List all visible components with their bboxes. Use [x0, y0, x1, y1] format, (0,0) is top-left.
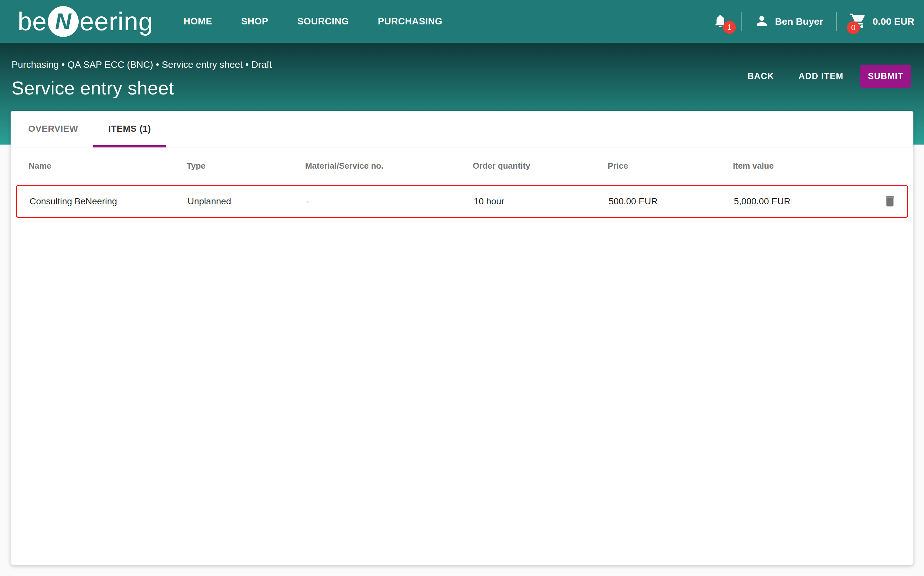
cart-count-badge: 0 [847, 21, 860, 34]
cell-order-quantity: 10 hour [474, 196, 609, 206]
person-icon [755, 13, 769, 30]
tab-items[interactable]: ITEMS (1) [93, 111, 166, 147]
add-item-button[interactable]: ADD ITEM [786, 64, 855, 88]
top-navbar: be N eering HOME SHOP SOURCING PURCHASIN… [0, 0, 924, 43]
column-header-item-value: Item value [733, 161, 878, 171]
navbar-divider [741, 12, 742, 31]
delete-item-button[interactable] [883, 194, 897, 209]
nav-item-home[interactable]: HOME [169, 0, 226, 43]
cart-button[interactable]: 0 0.00 EUR [849, 12, 914, 31]
cell-price: 500.00 EUR [609, 196, 734, 206]
tab-bar: OVERVIEW ITEMS (1) [11, 111, 913, 147]
nav-item-shop[interactable]: SHOP [227, 0, 283, 43]
logo-text-suffix: eering [80, 9, 153, 34]
nav-item-sourcing[interactable]: SOURCING [283, 0, 363, 43]
service-entry-sheet-card: OVERVIEW ITEMS (1) Name Type Material/Se… [11, 111, 913, 565]
logo-n-circle-icon: N [48, 6, 79, 37]
beneering-logo[interactable]: be N eering [18, 6, 153, 37]
cell-name: Consulting BeNeering [30, 196, 187, 206]
column-header-price: Price [607, 161, 733, 171]
user-name: Ben Buyer [775, 16, 823, 27]
nav-item-purchasing[interactable]: PURCHASING [363, 0, 457, 43]
column-header-type: Type [187, 161, 305, 171]
cell-material-service-no: - [306, 196, 474, 206]
tab-overview[interactable]: OVERVIEW [13, 111, 93, 147]
trash-icon [883, 194, 897, 209]
column-header-material-service-no: Material/Service no. [305, 161, 473, 171]
column-header-order-quantity: Order quantity [473, 161, 607, 171]
notification-count-badge: 1 [723, 21, 736, 34]
items-table-header: Name Type Material/Service no. Order qua… [11, 147, 913, 184]
notifications-button[interactable]: 1 [713, 13, 728, 30]
main-nav-menu: HOME SHOP SOURCING PURCHASING [169, 0, 457, 43]
logo-text-prefix: be [18, 9, 47, 34]
cell-type: Unplanned [187, 196, 306, 206]
user-menu-button[interactable]: Ben Buyer [755, 13, 823, 30]
navbar-right-section: 1 Ben Buyer 0 0.00 EUR [713, 12, 914, 31]
back-button[interactable]: BACK [735, 64, 786, 88]
cell-item-value: 5,000.00 EUR [734, 196, 879, 206]
column-header-name: Name [29, 161, 187, 171]
header-actions: BACK ADD ITEM SUBMIT [735, 64, 911, 88]
navbar-divider [836, 12, 837, 31]
cart-total: 0.00 EUR [873, 16, 914, 27]
table-row[interactable]: Consulting BeNeering Unplanned - 10 hour… [16, 185, 908, 218]
submit-button[interactable]: SUBMIT [860, 64, 911, 88]
